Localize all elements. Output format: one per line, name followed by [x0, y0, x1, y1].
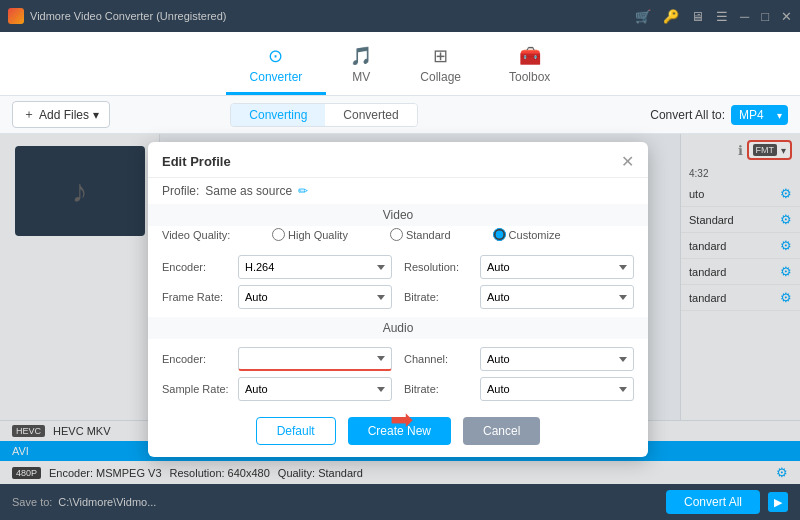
app-icon: [8, 8, 24, 24]
audio-sample-rate-select[interactable]: Auto 44100 48000: [238, 377, 392, 401]
quality-high-option[interactable]: High Quality: [272, 228, 348, 241]
add-files-label: Add Files: [39, 108, 89, 122]
toolbar: ＋ Add Files ▾ Converting Converted Conve…: [0, 96, 800, 134]
quality-high-label: High Quality: [288, 229, 348, 241]
cancel-button[interactable]: Cancel: [463, 417, 540, 445]
audio-sample-rate-row: Sample Rate: Auto 44100 48000: [162, 377, 392, 401]
dropdown-arrow-icon: ▾: [93, 108, 99, 122]
audio-encoder-select[interactable]: AAC MP3: [238, 347, 392, 371]
audio-bitrate-row: Bitrate: Auto 128k 256k: [404, 377, 634, 401]
video-bitrate-row: Bitrate: Auto 128k 256k 512k: [404, 285, 634, 309]
quality-high-radio[interactable]: [272, 228, 285, 241]
audio-sample-rate-label: Sample Rate:: [162, 383, 232, 395]
add-files-button[interactable]: ＋ Add Files ▾: [12, 101, 110, 128]
audio-encoder-row: Encoder: AAC MP3: [162, 347, 392, 371]
save-to-label: Save to:: [12, 496, 52, 508]
frame-rate-row: Frame Rate: Auto 24 30 60: [162, 285, 392, 309]
quality-standard-radio[interactable]: [390, 228, 403, 241]
profile-edit-icon[interactable]: ✏: [298, 184, 308, 198]
resolution-label: Resolution:: [404, 261, 474, 273]
app-title: Vidmore Video Converter (Unregistered): [30, 10, 226, 22]
toolbox-icon: 🧰: [519, 45, 541, 67]
close-button[interactable]: ✕: [781, 9, 792, 24]
profile-value: Same as source: [205, 184, 292, 198]
monitor-icon[interactable]: 🖥: [691, 9, 704, 24]
quality-customize-radio[interactable]: [493, 228, 506, 241]
encoder-select[interactable]: H.264 H.265 MPEG-4: [238, 255, 392, 279]
tab-mv-label: MV: [352, 70, 370, 84]
convert-all-button[interactable]: Convert All: [666, 490, 760, 514]
tab-converting[interactable]: Converting: [231, 104, 325, 126]
quality-customize-label: Customize: [509, 229, 561, 241]
convert-all-label: Convert All to:: [650, 108, 725, 122]
format-select[interactable]: MP4 MKV AVI: [731, 105, 788, 125]
tab-converter[interactable]: ⊙ Converter: [226, 37, 327, 95]
quality-customize-option[interactable]: Customize: [493, 228, 561, 241]
mv-icon: 🎵: [350, 45, 372, 67]
encoder-label: Encoder:: [162, 261, 232, 273]
video-bitrate-select[interactable]: Auto 128k 256k 512k: [480, 285, 634, 309]
dialog-title: Edit Profile: [162, 154, 231, 169]
save-path: C:\Vidmore\Vidmo...: [58, 496, 156, 508]
main-content: ♪ ℹ FMT ▾ 4:32 uto ⚙ Standard ⚙ tandard: [0, 134, 800, 484]
tab-collage[interactable]: ⊞ Collage: [396, 37, 485, 95]
video-bitrate-label: Bitrate:: [404, 291, 474, 303]
default-button[interactable]: Default: [256, 417, 336, 445]
tab-toolbox-label: Toolbox: [509, 70, 550, 84]
status-bar: Save to: C:\Vidmore\Vidmo... Convert All…: [0, 484, 800, 520]
audio-bitrate-label: Bitrate:: [404, 383, 474, 395]
audio-bitrate-select[interactable]: Auto 128k 256k: [480, 377, 634, 401]
frame-rate-select[interactable]: Auto 24 30 60: [238, 285, 392, 309]
convert-all-section: Convert All to: MP4 MKV AVI ▾: [650, 105, 788, 125]
view-tab-group: Converting Converted: [230, 103, 417, 127]
tab-collage-label: Collage: [420, 70, 461, 84]
cart-icon[interactable]: 🛒: [635, 9, 651, 24]
quality-standard-label: Standard: [406, 229, 451, 241]
audio-form-grid: Encoder: AAC MP3 Channel: Auto Stereo Mo…: [148, 339, 648, 409]
audio-channel-select[interactable]: Auto Stereo Mono: [480, 347, 634, 371]
frame-rate-label: Frame Rate:: [162, 291, 232, 303]
dialog-profile-row: Profile: Same as source ✏: [148, 178, 648, 204]
audio-channel-row: Channel: Auto Stereo Mono: [404, 347, 634, 371]
tab-toolbox[interactable]: 🧰 Toolbox: [485, 37, 574, 95]
collage-icon: ⊞: [433, 45, 448, 67]
profile-label: Profile:: [162, 184, 199, 198]
sidebar-toggle-button[interactable]: ▶: [768, 492, 788, 512]
audio-section-header: Audio: [148, 317, 648, 339]
quality-row: Video Quality: High Quality Standard Cus…: [148, 226, 648, 247]
plus-icon: ＋: [23, 106, 35, 123]
video-section-header: Video: [148, 204, 648, 226]
format-select-wrapper: MP4 MKV AVI ▾: [731, 105, 788, 125]
key-icon[interactable]: 🔑: [663, 9, 679, 24]
arrow-indicator: ➡: [390, 403, 413, 436]
video-quality-label: Video Quality:: [162, 229, 242, 241]
converter-icon: ⊙: [268, 45, 283, 67]
maximize-button[interactable]: □: [761, 9, 769, 24]
title-bar-left: Vidmore Video Converter (Unregistered): [8, 8, 226, 24]
resolution-select[interactable]: Auto 1920x1080 1280x720 640x480: [480, 255, 634, 279]
quality-standard-option[interactable]: Standard: [390, 228, 451, 241]
video-form-grid: Encoder: H.264 H.265 MPEG-4 Resolution: …: [148, 247, 648, 317]
dialog-header: Edit Profile ✕: [148, 142, 648, 178]
encoder-row: Encoder: H.264 H.265 MPEG-4: [162, 255, 392, 279]
status-bar-right: Convert All ▶: [666, 490, 788, 514]
nav-tabs: ⊙ Converter 🎵 MV ⊞ Collage 🧰 Toolbox: [0, 32, 800, 96]
audio-channel-label: Channel:: [404, 353, 474, 365]
dialog-close-button[interactable]: ✕: [621, 152, 634, 171]
tab-converted[interactable]: Converted: [325, 104, 416, 126]
minimize-button[interactable]: ─: [740, 9, 749, 24]
title-bar: Vidmore Video Converter (Unregistered) 🛒…: [0, 0, 800, 32]
window-controls: 🛒 🔑 🖥 ☰ ─ □ ✕: [635, 9, 792, 24]
audio-encoder-label: Encoder:: [162, 353, 232, 365]
resolution-row: Resolution: Auto 1920x1080 1280x720 640x…: [404, 255, 634, 279]
menu-icon[interactable]: ☰: [716, 9, 728, 24]
tab-mv[interactable]: 🎵 MV: [326, 37, 396, 95]
tab-converter-label: Converter: [250, 70, 303, 84]
